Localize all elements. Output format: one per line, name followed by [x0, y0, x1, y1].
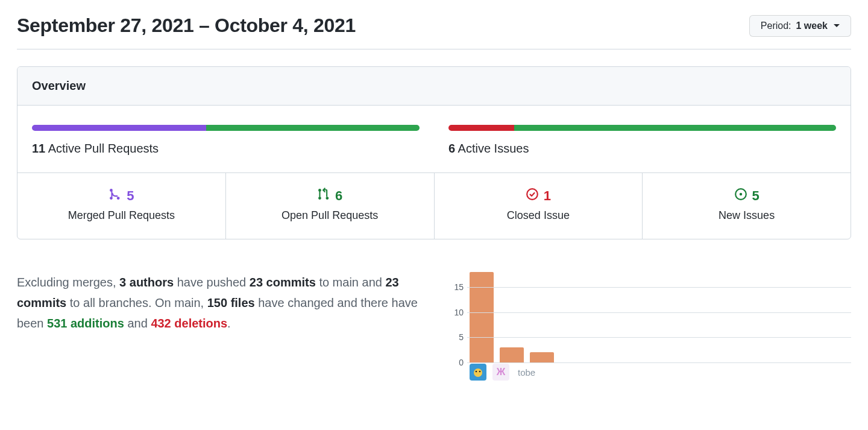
chart-ytick: 0	[442, 358, 464, 367]
stat-caption: Merged Pull Requests	[24, 209, 219, 222]
issue-summary-label: 6 Active Issues	[448, 142, 836, 156]
chart-gridline	[467, 312, 851, 313]
issues-summary[interactable]: 6 Active Issues	[434, 106, 851, 172]
stat-count: 1	[544, 188, 551, 204]
stat-count: 5	[752, 188, 760, 204]
svg-point-0	[527, 189, 538, 200]
pr-icon	[317, 188, 330, 204]
stat-new-issues[interactable]: 5New Issues	[643, 173, 851, 239]
period-value: 1 week	[796, 21, 828, 31]
svg-point-4	[476, 371, 477, 373]
chart-bar[interactable]	[470, 272, 494, 362]
svg-point-2	[739, 193, 741, 195]
chart-gridline	[467, 337, 851, 338]
chart-gridline	[467, 287, 851, 288]
stat-caption: Closed Issue	[441, 209, 637, 222]
pr-count: 11	[32, 142, 45, 155]
pr-merged-segment	[32, 125, 206, 131]
merge-icon	[108, 188, 122, 204]
author-avatar[interactable]: Ж	[492, 364, 509, 381]
open-icon	[734, 188, 747, 204]
period-prefix: Period:	[761, 21, 791, 31]
stat-count: 6	[335, 188, 342, 204]
pull-requests-summary[interactable]: 11 Active Pull Requests	[17, 106, 434, 172]
summary-text: Excluding merges, 3 authors have pushed …	[17, 272, 426, 334]
pr-summary-label: 11 Active Pull Requests	[32, 142, 420, 156]
stat-count: 5	[127, 188, 134, 204]
stat-caption: New Issues	[649, 209, 844, 222]
stat-open-pull-requests[interactable]: 6Open Pull Requests	[226, 173, 435, 239]
svg-point-3	[474, 368, 482, 377]
activity-bars-row: 11 Active Pull Requests 6 Active Issues	[17, 106, 851, 172]
stats-row: 5Merged Pull Requests6Open Pull Requests…	[17, 172, 851, 239]
caret-down-icon	[834, 24, 840, 27]
overview-card: Overview 11 Active Pull Requests 6 Activ…	[17, 66, 851, 239]
commits-by-author-chart: 051015 Жtobe	[442, 272, 851, 381]
stat-caption: Open Pull Requests	[232, 209, 428, 222]
issue-open-segment	[514, 125, 836, 131]
pr-progress-bar	[32, 125, 420, 131]
stat-merged-pull-requests[interactable]: 5Merged Pull Requests	[17, 173, 226, 239]
page-title: September 27, 2021 – October 4, 2021	[17, 14, 356, 37]
pr-label: Active Pull Requests	[48, 142, 159, 155]
issue-progress-bar	[448, 125, 836, 131]
overview-title: Overview	[17, 67, 851, 106]
issue-label: Active Issues	[458, 142, 529, 155]
stat-closed-issue[interactable]: 1Closed Issue	[435, 173, 643, 239]
issue-count: 6	[448, 142, 455, 155]
chart-ytick: 10	[442, 308, 464, 317]
author-name-label[interactable]: tobe	[518, 367, 535, 378]
period-dropdown[interactable]: Period: 1 week	[749, 15, 851, 37]
svg-point-5	[479, 371, 481, 373]
pr-open-segment	[206, 125, 420, 131]
issue-closed-segment	[448, 125, 514, 131]
author-avatar[interactable]	[470, 364, 486, 381]
closed-icon	[526, 188, 539, 204]
chart-ytick: 5	[442, 332, 464, 342]
chart-ytick: 15	[442, 282, 464, 292]
